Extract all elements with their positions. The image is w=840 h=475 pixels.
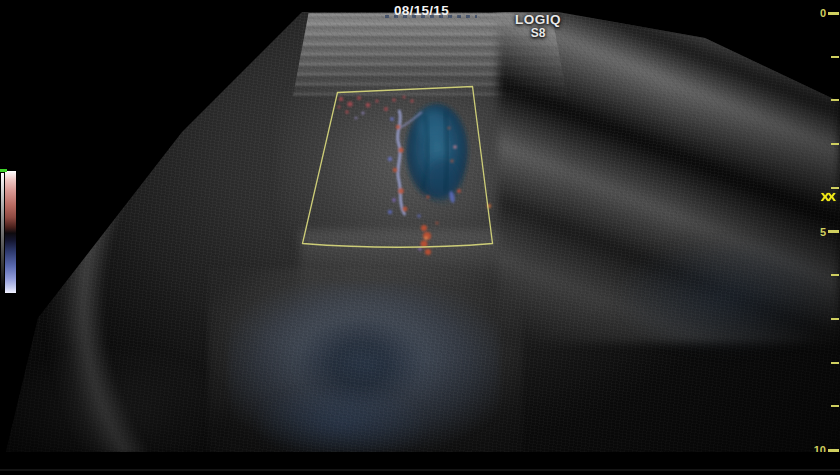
machine-logo: LOGIQ S8 bbox=[512, 12, 564, 40]
depth-tick-dash bbox=[831, 143, 839, 145]
depth-ruler: XX 0510 bbox=[798, 0, 840, 475]
exam-date-label: 08/15/15 bbox=[394, 3, 449, 18]
depth-tick bbox=[831, 51, 839, 63]
depth-tick: 0 bbox=[820, 7, 839, 19]
bottom-hairline bbox=[0, 469, 840, 471]
color-bar-active-tick bbox=[0, 169, 7, 172]
depth-tick-dash bbox=[831, 405, 839, 407]
depth-tick-dash bbox=[831, 318, 839, 320]
depth-tick: 5 bbox=[820, 226, 839, 238]
machine-logo-model: LOGIQ bbox=[512, 12, 564, 27]
depth-tick-dash bbox=[831, 274, 839, 276]
depth-tick-dash bbox=[828, 230, 839, 233]
depth-tick bbox=[831, 357, 839, 369]
depth-tick-label: 0 bbox=[820, 7, 826, 19]
depth-tick bbox=[831, 182, 839, 194]
depth-tick-dash bbox=[831, 187, 839, 189]
depth-tick bbox=[831, 313, 839, 325]
ultrasound-image bbox=[0, 0, 840, 475]
depth-tick-dash bbox=[831, 99, 839, 101]
depth-tick-dash bbox=[828, 12, 839, 15]
depth-tick bbox=[831, 94, 839, 106]
grayscale-bar bbox=[1, 173, 4, 291]
ultrasound-screen: XX 0510 08/15/15 LOGIQ S8 bbox=[0, 0, 840, 475]
doppler-color-bar bbox=[5, 171, 16, 293]
machine-logo-series: S8 bbox=[512, 26, 564, 40]
vignette bbox=[0, 0, 840, 475]
depth-tick-dash bbox=[831, 362, 839, 364]
depth-tick bbox=[831, 400, 839, 412]
depth-tick-label: 5 bbox=[820, 226, 826, 238]
depth-tick-dash bbox=[831, 56, 839, 58]
depth-tick bbox=[831, 269, 839, 281]
depth-tick bbox=[831, 138, 839, 150]
bottom-black-strip bbox=[0, 452, 840, 475]
